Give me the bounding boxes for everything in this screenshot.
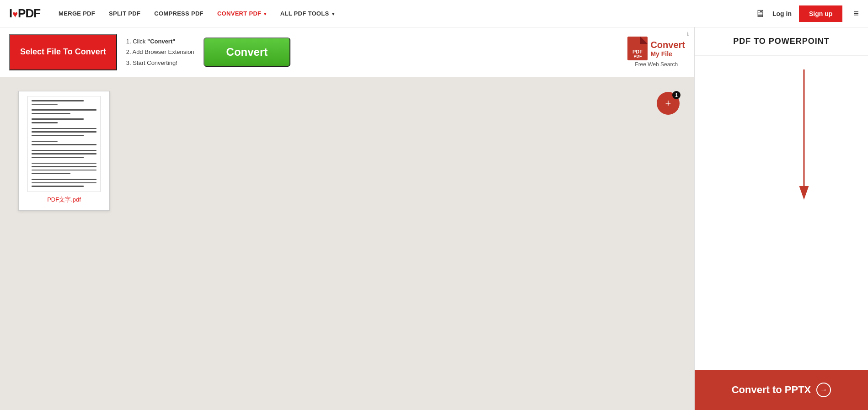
preview-line [32,141,58,142]
login-button[interactable]: Log in [772,10,792,17]
logo-prefix: I [9,6,12,20]
file-preview [27,96,101,192]
convert-arrow-icon: → [816,383,831,397]
ad-logo-area: PDF Convert My File Free Web Search [627,37,685,68]
preview-spacer [32,148,96,149]
preview-line [32,144,96,145]
ad-step2: 2. Add Browser Extension [126,47,194,57]
pdf-file-icon-svg: PDF [627,37,648,60]
preview-spacer [32,176,96,177]
add-more-badge: 1 [672,91,680,99]
left-panel: Select File To Convert 1. Click "Convert… [0,27,694,410]
preview-line [32,128,96,129]
preview-line [32,118,84,120]
header-right: 🖥 Log in Sign up ≡ [755,5,859,22]
right-panel-body: Convert to PPTX → [695,56,868,410]
main-layout: Select File To Convert 1. Click "Convert… [0,27,868,410]
preview-spacer [32,126,96,127]
arrow-container [695,56,868,370]
signup-button[interactable]: Sign up [799,5,842,22]
nav-merge[interactable]: MERGE PDF [59,10,95,17]
main-nav: MERGE PDF SPLIT PDF COMPRESS PDF CONVERT… [59,10,755,17]
header: I♥PDF MERGE PDF SPLIT PDF COMPRESS PDF C… [0,0,868,27]
preview-line [32,100,84,101]
convert-pptx-button[interactable]: Convert to PPTX → [695,370,868,410]
preview-line [32,104,58,105]
preview-line [32,122,58,123]
ad-pdf-icon: PDF [627,37,648,60]
ad-banner: Select File To Convert 1. Click "Convert… [0,27,694,77]
ad-footer-text: Free Web Search [635,61,678,68]
logo-text: I♥PDF [9,6,40,21]
preview-line [32,135,84,136]
preview-line [32,109,96,111]
preview-spacer [32,107,96,108]
preview-spacer [32,116,96,117]
ad-logo-myfile: My File [650,50,685,58]
preview-spacer [32,160,96,161]
right-panel-title: PDF TO POWERPOINT [695,27,868,56]
monitor-icon[interactable]: 🖥 [755,8,765,20]
ad-logo-brand: Convert My File [650,40,685,58]
nav-compress[interactable]: COMPRESS PDF [154,10,204,17]
logo[interactable]: I♥PDF [9,6,40,21]
ad-step1: 1. Click "Convert" [126,36,194,47]
preview-line [32,186,84,187]
step1-bold: "Convert" [147,38,175,45]
logo-heart: ♥ [12,9,17,19]
logo-suffix: PDF [18,6,40,20]
file-name: PDF文字.pdf [47,196,81,204]
nav-all[interactable]: ALL PDF TOOLS ▾ [280,10,334,17]
nav-convert[interactable]: CONVERT PDF ▾ [217,10,267,17]
preview-line [32,163,96,164]
preview-line [32,131,96,133]
svg-rect-0 [627,37,648,60]
preview-line [32,170,96,171]
preview-line [32,150,96,151]
add-more-button[interactable]: + 1 [657,92,680,115]
hamburger-icon[interactable]: ≡ [853,8,859,19]
ad-logo-convert: Convert [650,40,685,50]
preview-line [32,153,96,154]
step2-regular: Browser Extension [145,48,194,55]
preview-line [32,179,96,180]
file-card[interactable]: PDF文字.pdf [18,91,110,211]
convert-caret: ▾ [263,11,266,16]
step1-label: 1. Click [126,38,146,45]
preview-spacer [32,138,96,139]
preview-line [32,157,84,158]
ad-info-icon[interactable]: ℹ [687,31,689,37]
ad-step3: 3. Start Converting! [126,58,194,68]
preview-line [32,113,70,114]
preview-line [32,173,70,174]
ad-logo-image: PDF Convert My File [627,37,685,60]
add-more-icon: + [665,97,671,109]
step2-label: 2. Add [126,48,143,55]
down-arrow-svg [786,69,822,207]
convert-pptx-label: Convert to PPTX [732,384,811,396]
svg-text:PDF: PDF [632,49,643,54]
right-panel: PDF TO POWERPOINT Convert to PPTX → [694,27,868,410]
preview-line [32,166,96,167]
select-file-button[interactable]: Select File To Convert [9,34,117,70]
nav-split[interactable]: SPLIT PDF [109,10,140,17]
ad-convert-button[interactable]: Convert [204,37,291,67]
all-caret: ▾ [330,11,334,16]
ad-steps: 1. Click "Convert" 2. Add Browser Extens… [126,36,194,68]
preview-line [32,182,96,184]
file-area: PDF文字.pdf + 1 [0,77,694,410]
